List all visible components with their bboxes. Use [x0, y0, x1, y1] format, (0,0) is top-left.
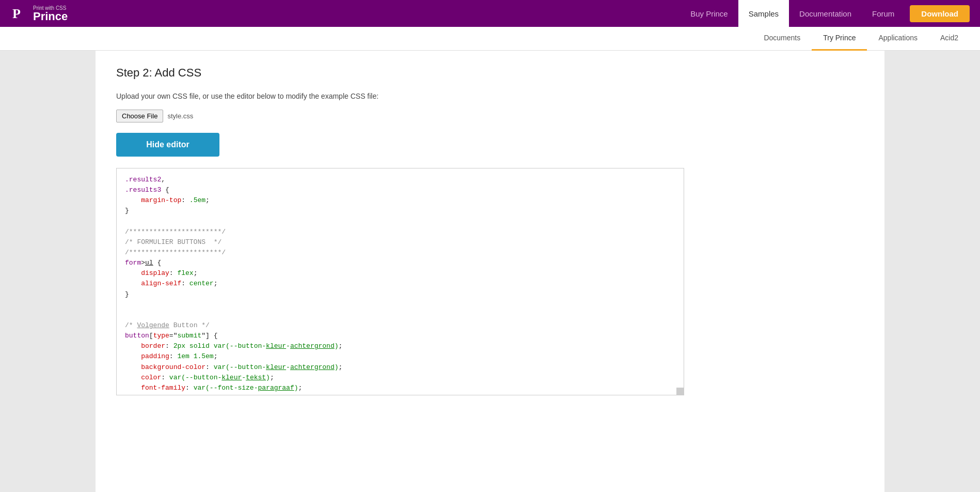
- nav-forum[interactable]: Forum: [862, 0, 905, 27]
- subnav-applications[interactable]: Applications: [867, 27, 929, 51]
- choose-file-button[interactable]: Choose File: [116, 110, 163, 122]
- subnav-acid2[interactable]: Acid2: [929, 27, 970, 51]
- page-wrapper: Step 2: Add CSS Upload your own CSS file…: [0, 51, 980, 492]
- file-name-display: style.css: [167, 112, 193, 120]
- subnav-try-prince[interactable]: Try Prince: [812, 27, 867, 51]
- logo-icon: P: [10, 4, 30, 23]
- main-content: Step 2: Add CSS Upload your own CSS file…: [96, 51, 884, 492]
- code-editor[interactable]: .results2, .results3 { margin-top: .5em;…: [116, 168, 684, 395]
- upload-description: Upload your own CSS file, or use the edi…: [116, 92, 864, 100]
- step-title: Step 2: Add CSS: [116, 66, 864, 80]
- right-sidebar: [884, 51, 980, 492]
- svg-text:P: P: [12, 6, 21, 21]
- nav-buy-prince[interactable]: Buy Prince: [680, 0, 738, 27]
- nav-samples[interactable]: Samples: [738, 0, 789, 27]
- hide-editor-button[interactable]: Hide editor: [116, 133, 219, 157]
- file-input-row: Choose File style.css: [116, 110, 864, 122]
- logo-main-text: Prince: [33, 11, 68, 22]
- download-button[interactable]: Download: [910, 5, 970, 22]
- left-sidebar: [0, 51, 96, 492]
- subnav-documents[interactable]: Documents: [752, 27, 812, 51]
- resize-handle[interactable]: [676, 388, 684, 395]
- top-nav: P Print with CSS Prince Buy Prince Sampl…: [0, 0, 980, 27]
- sub-nav-links: Documents Try Prince Applications Acid2: [752, 27, 970, 51]
- code-content[interactable]: .results2, .results3 { margin-top: .5em;…: [117, 168, 684, 395]
- sub-nav: Documents Try Prince Applications Acid2: [0, 27, 980, 51]
- nav-documentation[interactable]: Documentation: [789, 0, 862, 27]
- site-logo[interactable]: P Print with CSS Prince: [10, 4, 68, 23]
- top-nav-links: Buy Prince Samples Documentation Forum D…: [680, 0, 970, 27]
